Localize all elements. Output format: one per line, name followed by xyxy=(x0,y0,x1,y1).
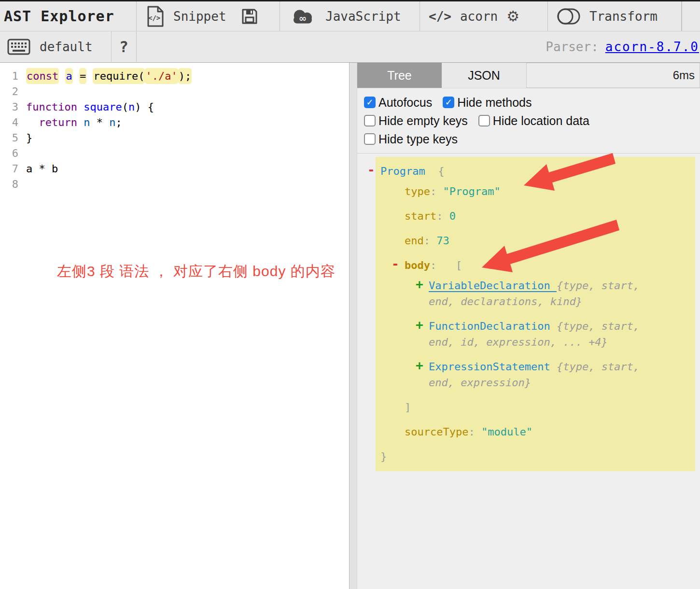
code-editor[interactable]: 1const a = require('./a');23function squ… xyxy=(0,63,349,589)
parser-caption: Parser: xyxy=(546,40,599,54)
expand-toggle-icon[interactable]: + xyxy=(416,358,425,373)
timing-strip: 6ms xyxy=(526,63,700,88)
parse-timing: 6ms xyxy=(673,69,695,82)
toolbar-spacer xyxy=(682,1,700,31)
code-line: 4 return n * n; xyxy=(0,115,349,130)
panel-divider[interactable] xyxy=(349,63,357,589)
toolbar: AST Explorer </> Snippet xyxy=(0,0,700,63)
tree-node-row: -Program { xyxy=(376,163,695,179)
help-button[interactable]: ? xyxy=(111,31,137,62)
expand-toggle-icon[interactable]: + xyxy=(416,277,425,292)
ast-explorer-app: AST Explorer </> Snippet xyxy=(0,0,700,589)
language-label: JavaScript xyxy=(325,9,401,24)
option-label: Hide methods xyxy=(457,96,532,110)
tree-node-row: -body: [ xyxy=(376,257,695,273)
option-label: Autofocus xyxy=(378,96,432,110)
line-number: 1 xyxy=(0,69,18,84)
line-number: 8 xyxy=(0,177,18,192)
annotation-text: 左侧3 段 语法 ， 对应了右侧 body 的内容 xyxy=(57,262,356,281)
checkbox-checked-icon[interactable]: ✓ xyxy=(443,97,454,108)
code-line: 8 xyxy=(0,177,349,192)
option-hide-empty-keys[interactable]: Hide empty keys xyxy=(364,114,468,128)
transform-toggle-button[interactable]: Transform xyxy=(548,1,682,31)
line-number: 2 xyxy=(0,84,18,99)
app-title: AST Explorer xyxy=(4,8,114,25)
ast-tabbar: Tree JSON 6ms xyxy=(357,63,700,88)
code-line: 1const a = require('./a'); xyxy=(0,69,349,84)
language-button[interactable]: ∞ JavaScript xyxy=(280,1,420,31)
code-line: 7a * b xyxy=(0,161,349,177)
tree-node-row: end: 73 xyxy=(376,233,695,249)
option-label: Hide empty keys xyxy=(378,114,468,128)
option-hide-methods[interactable]: ✓Hide methods xyxy=(443,96,532,110)
toggle-icon xyxy=(557,8,581,25)
line-number: 6 xyxy=(0,146,18,161)
collapse-toggle-icon[interactable]: - xyxy=(367,163,377,177)
tree-node-row: type: "Program" xyxy=(376,183,695,199)
line-number: 3 xyxy=(0,99,18,115)
tree-node-row: +ExpressionStatement {type, start,end, e… xyxy=(376,359,695,391)
cloud-icon: ∞ xyxy=(289,7,317,26)
line-number: 4 xyxy=(0,115,18,130)
option-label: Hide location data xyxy=(493,114,589,128)
line-number: 7 xyxy=(0,161,18,177)
expand-toggle-icon[interactable]: + xyxy=(416,318,425,332)
code-line: 6 xyxy=(0,146,349,161)
line-number: 5 xyxy=(0,130,18,146)
ast-tree-block: -Program {type: "Program"start: 0end: 73… xyxy=(376,157,695,471)
transform-label: Transform xyxy=(589,9,658,24)
svg-text:∞: ∞ xyxy=(299,13,307,24)
help-question-mark: ? xyxy=(119,38,128,56)
code-line: 3function square(n) { xyxy=(0,99,349,115)
option-label: Hide type keys xyxy=(378,132,458,146)
ast-node-name[interactable]: VariableDeclaration xyxy=(429,280,557,292)
code-tag-icon: </> xyxy=(429,9,451,24)
checkbox-checked-icon[interactable]: ✓ xyxy=(364,97,376,108)
keyboard-icon xyxy=(7,37,31,56)
keymap-button[interactable]: default xyxy=(0,31,111,62)
option-hide-type-keys[interactable]: Hide type keys xyxy=(364,132,458,146)
code-line: 5} xyxy=(0,130,349,146)
tab-tree[interactable]: Tree xyxy=(357,63,442,88)
toolbar-row-1: AST Explorer </> Snippet xyxy=(0,1,700,31)
keymap-label: default xyxy=(40,40,93,54)
svg-text:</>: </> xyxy=(148,14,160,22)
ast-panel: Tree JSON 6ms ✓Autofocus✓Hide methodsHid… xyxy=(357,63,700,589)
parser-name-label: acorn xyxy=(460,9,498,24)
snippet-button[interactable]: </> Snippet xyxy=(137,1,280,31)
code-line: 2 xyxy=(0,84,349,99)
ast-node-name[interactable]: ExpressionStatement xyxy=(429,361,550,373)
toolbar-row-2: default ? Parser: acorn-8.7.0 xyxy=(0,31,700,62)
ast-node-name[interactable]: FunctionDeclaration xyxy=(429,320,550,332)
parser-settings-button[interactable]: </> acorn ⚙ xyxy=(420,1,548,31)
ast-treeview: -Program {type: "Program"start: 0end: 73… xyxy=(357,154,700,589)
tree-node-row: ] xyxy=(376,399,695,415)
parser-info: Parser: acorn-8.7.0 xyxy=(546,31,700,62)
tree-node-row: sourceType: "module" xyxy=(376,424,695,440)
tree-node-row: +VariableDeclaration {type, start,end, d… xyxy=(376,278,695,309)
option-autofocus[interactable]: ✓Autofocus xyxy=(364,96,432,110)
snippet-label: Snippet xyxy=(173,9,226,24)
option-hide-location-data[interactable]: Hide location data xyxy=(478,114,589,128)
gear-icon[interactable]: ⚙ xyxy=(506,8,519,25)
tree-node-row: +FunctionDeclaration {type, start,end, i… xyxy=(376,318,695,350)
parser-version-link[interactable]: acorn-8.7.0 xyxy=(605,40,699,54)
tree-node-row: start: 0 xyxy=(376,208,695,224)
checkbox-unchecked-icon[interactable] xyxy=(364,133,376,145)
collapse-toggle-icon[interactable]: - xyxy=(392,257,401,271)
file-code-icon: </> xyxy=(145,5,165,28)
tree-options: ✓Autofocus✓Hide methodsHide empty keysHi… xyxy=(357,88,700,154)
tree-node-row: } xyxy=(376,449,695,464)
tab-json[interactable]: JSON xyxy=(442,63,526,88)
checkbox-unchecked-icon[interactable] xyxy=(478,115,490,126)
ast-node-name[interactable]: Program xyxy=(380,165,432,177)
checkbox-unchecked-icon[interactable] xyxy=(364,115,376,126)
app-title-section: AST Explorer xyxy=(0,1,137,31)
save-icon[interactable] xyxy=(241,8,258,25)
